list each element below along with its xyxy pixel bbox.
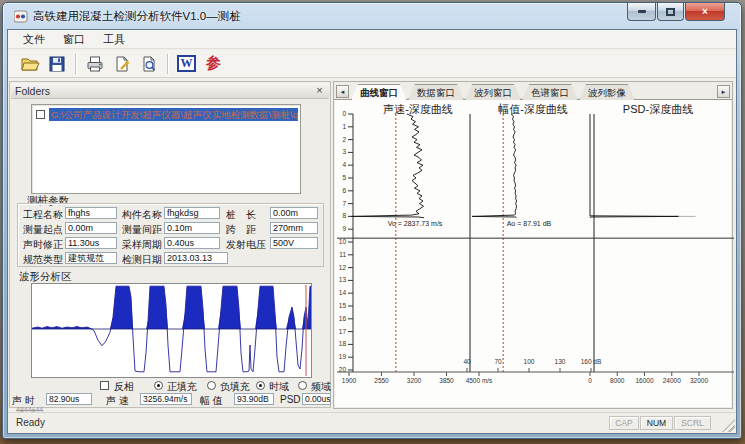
svg-text:17: 17 xyxy=(339,328,347,335)
maximize-icon xyxy=(666,8,675,16)
print-preview-button[interactable] xyxy=(135,51,162,76)
tab-scroll-left-icon[interactable]: ◄ xyxy=(336,85,349,98)
param-label: 发射电压 xyxy=(226,238,266,252)
param-field[interactable]: 2013.03.13 xyxy=(164,252,228,264)
close-button[interactable]: × xyxy=(685,3,725,21)
save-icon xyxy=(47,54,67,74)
psd-field[interactable]: 0.00us^2/m xyxy=(302,393,331,405)
file-checkbox[interactable] xyxy=(36,110,45,119)
svg-text:12: 12 xyxy=(339,264,347,271)
app-window: 高铁建用混凝土检测分析软件V1.0—测桩 × 文件 窗口 工具 xyxy=(2,2,742,439)
param-field[interactable]: 11.30us xyxy=(65,237,117,249)
folders-close-icon[interactable]: × xyxy=(313,84,326,97)
open-button[interactable] xyxy=(16,51,43,76)
svg-text:1: 1 xyxy=(342,123,346,130)
fill-positive-radio[interactable] xyxy=(154,381,163,390)
sound-time-field[interactable]: 82.90us xyxy=(46,393,92,405)
param-label: 规范类型 xyxy=(23,253,63,267)
svg-text:9: 9 xyxy=(342,225,346,232)
svg-text:16000: 16000 xyxy=(635,377,653,384)
folders-panel-title: Folders xyxy=(15,85,50,97)
tab-data-window[interactable]: 数据窗口 xyxy=(408,84,464,100)
word-export-button[interactable]: W xyxy=(173,51,200,76)
minimize-icon xyxy=(638,10,646,13)
param-field[interactable]: 500V xyxy=(270,237,318,249)
invert-checkbox[interactable] xyxy=(100,381,109,390)
parameters-button[interactable]: 参 xyxy=(200,51,227,76)
param-label: 采样周期 xyxy=(122,238,162,252)
fill-negative-radio[interactable] xyxy=(207,381,216,390)
print-button[interactable] xyxy=(81,51,108,76)
save-button[interactable] xyxy=(43,51,70,76)
menu-file[interactable]: 文件 xyxy=(14,30,54,49)
svg-text:11: 11 xyxy=(339,251,346,258)
freq-domain-label: 频域 xyxy=(311,380,331,394)
status-message: Ready xyxy=(16,417,45,428)
curve-panel: ◄ 曲线窗口 数据窗口 波列窗口 色谱窗口 波列影像 ► 声速-深度曲线 幅值-… xyxy=(333,81,733,409)
maximize-button[interactable] xyxy=(657,3,684,21)
chart-area: 声速-深度曲线 幅值-深度曲线 PSD-深度曲线 012345678910111… xyxy=(335,100,731,407)
svg-text:6: 6 xyxy=(342,187,346,194)
menu-window[interactable]: 窗口 xyxy=(54,30,94,49)
param-field[interactable]: 0.00m xyxy=(65,222,117,234)
title-bar[interactable]: 高铁建用混凝土检测分析软件V1.0—测桩 × xyxy=(3,3,741,29)
svg-text:8: 8 xyxy=(342,212,346,219)
open-folder-icon xyxy=(20,54,40,74)
tab-spectrum-window[interactable]: 色谱窗口 xyxy=(522,84,578,100)
svg-text:18: 18 xyxy=(339,340,347,347)
file-list-item[interactable]: G:\公司产品设计开发\超声仪器\超声仪实地检测数据\测桩\qd\qd03\qd… xyxy=(34,107,298,121)
desktop: 高铁建用混凝土检测分析软件V1.0—测桩 × 文件 窗口 工具 xyxy=(0,0,745,444)
tab-scroll-right-icon[interactable]: ► xyxy=(717,85,730,98)
svg-text:4500 m/s: 4500 m/s xyxy=(466,377,493,384)
invert-label: 反相 xyxy=(114,380,134,394)
svg-text:5: 5 xyxy=(342,174,346,181)
param-field[interactable]: 0.40us xyxy=(164,237,220,249)
param-field[interactable]: 0.10m xyxy=(164,222,220,234)
folders-panel-header: Folders × xyxy=(11,83,329,99)
sound-speed-field[interactable]: 3256.94m/s xyxy=(140,393,192,405)
param-field[interactable]: fhgkdsg xyxy=(164,207,220,219)
time-domain-radio[interactable] xyxy=(256,381,265,390)
svg-text:16: 16 xyxy=(339,315,347,322)
param-label: 测量间距 xyxy=(122,223,162,237)
file-path-text: G:\公司产品设计开发\超声仪器\超声仪实地检测数据\测桩\qd\qd03\qd… xyxy=(49,108,298,121)
app-icon xyxy=(14,10,28,23)
page-setup-icon xyxy=(112,54,132,74)
page-setup-button[interactable] xyxy=(108,51,135,76)
resize-grip[interactable] xyxy=(722,419,735,432)
depth-charts-svg: 0123456789101112131415161718192019002550… xyxy=(335,100,736,405)
param-label: 跨 距 xyxy=(226,223,256,237)
param-field[interactable]: 建筑规范 xyxy=(65,252,117,264)
svg-text:Ao = 87.91 dB: Ao = 87.91 dB xyxy=(507,220,552,227)
fill-positive-label: 正填充 xyxy=(167,380,197,394)
minimize-button[interactable] xyxy=(627,3,656,21)
menu-tools[interactable]: 工具 xyxy=(94,30,134,49)
freq-domain-radio[interactable] xyxy=(298,381,307,390)
param-field[interactable]: 0.00m xyxy=(270,207,318,219)
svg-text:8000: 8000 xyxy=(610,377,625,384)
svg-text:0: 0 xyxy=(342,110,346,117)
param-label: 声时修正 xyxy=(23,238,63,252)
toolbar: W 参 xyxy=(8,50,736,78)
tab-wavetrain-image[interactable]: 波列影像 xyxy=(579,84,635,100)
amplitude-field[interactable]: 93.90dB xyxy=(234,393,274,405)
amplitude-label: 幅 值 xyxy=(200,394,223,408)
svg-text:0: 0 xyxy=(588,377,592,384)
psd-label: PSD xyxy=(280,394,301,405)
svg-text:130: 130 xyxy=(555,358,566,365)
param-label: 工程名称 xyxy=(23,208,63,222)
svg-text:19: 19 xyxy=(339,353,347,360)
svg-text:3850: 3850 xyxy=(439,377,454,384)
param-field[interactable]: 270mm xyxy=(270,222,318,234)
svg-text:3200: 3200 xyxy=(407,377,422,384)
tab-curve-window[interactable]: 曲线窗口 xyxy=(351,84,407,100)
app-client-area: 文件 窗口 工具 xyxy=(7,29,737,434)
tab-strip: ◄ 曲线窗口 数据窗口 波列窗口 色谱窗口 波列影像 ► xyxy=(334,82,732,100)
sound-speed-label: 声 速 xyxy=(106,394,129,408)
tab-wavetrain-window[interactable]: 波列窗口 xyxy=(465,84,521,100)
param-field[interactable]: fhghs xyxy=(65,207,117,219)
printer-icon xyxy=(85,54,105,74)
svg-text:13: 13 xyxy=(339,276,347,283)
waveform-svg xyxy=(32,284,311,377)
svg-text:160 dB: 160 dB xyxy=(581,358,602,365)
